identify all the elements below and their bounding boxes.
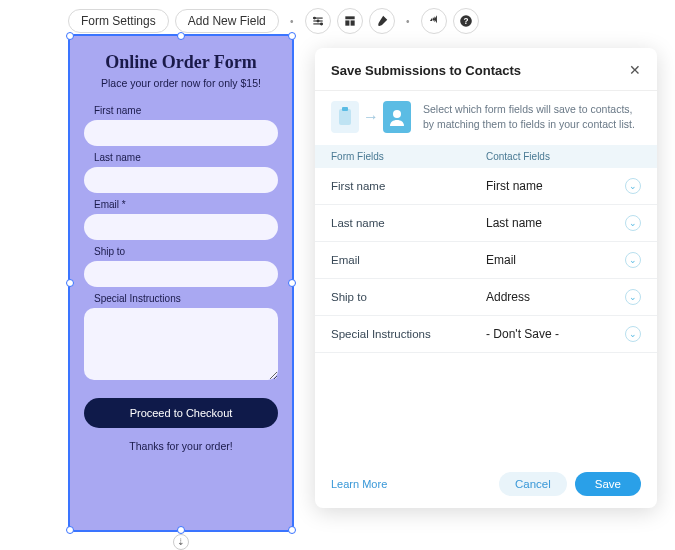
- special-instructions-input[interactable]: [84, 308, 278, 380]
- list-settings-icon[interactable]: [305, 8, 331, 34]
- svg-point-13: [393, 110, 401, 118]
- form-field-name: First name: [331, 180, 486, 192]
- form-field-name: Email: [331, 254, 486, 266]
- form-field-name: Last name: [331, 217, 486, 229]
- toolbar-divider: •: [401, 8, 415, 34]
- mapping-row: First name First name ⌄: [315, 168, 657, 205]
- email-label: Email *: [94, 199, 278, 210]
- contact-field-value: First name: [486, 179, 543, 193]
- modal-header: Save Submissions to Contacts ✕: [315, 48, 657, 91]
- ship-to-input[interactable]: [84, 261, 278, 287]
- svg-rect-11: [339, 109, 351, 125]
- proceed-to-checkout-button[interactable]: Proceed to Checkout: [84, 398, 278, 428]
- first-name-label: First name: [94, 105, 278, 116]
- chevron-down-icon[interactable]: ⌄: [625, 215, 641, 231]
- form-title: Online Order Form: [84, 52, 278, 73]
- thanks-text: Thanks for your order!: [84, 440, 278, 452]
- form-fields-header: Form Fields: [331, 151, 486, 162]
- mapping-row: Special Instructions - Don't Save - ⌄: [315, 316, 657, 353]
- mapping-row: Last name Last name ⌄: [315, 205, 657, 242]
- contact-field-select[interactable]: First name ⌄: [486, 178, 641, 194]
- chevron-down-icon[interactable]: ⌄: [625, 178, 641, 194]
- svg-text:?: ?: [463, 17, 468, 26]
- modal-footer: Learn More Cancel Save: [315, 460, 657, 508]
- svg-point-5: [320, 23, 322, 25]
- help-icon[interactable]: ?: [453, 8, 479, 34]
- mapping-row: Ship to Address ⌄: [315, 279, 657, 316]
- save-button[interactable]: Save: [575, 472, 641, 496]
- svg-rect-6: [345, 16, 354, 19]
- modal-info-text: Select which form fields will save to co…: [423, 102, 641, 131]
- learn-more-link[interactable]: Learn More: [331, 478, 491, 490]
- svg-rect-12: [342, 107, 348, 111]
- save-submissions-modal: Save Submissions to Contacts ✕ → Select …: [315, 48, 657, 508]
- mapping-body: First name First name ⌄ Last name Last n…: [315, 168, 657, 460]
- arrow-right-icon: →: [363, 108, 379, 126]
- chevron-down-icon[interactable]: ⌄: [625, 252, 641, 268]
- clipboard-icon: [331, 101, 359, 133]
- form-settings-button[interactable]: Form Settings: [68, 9, 169, 33]
- ship-to-label: Ship to: [94, 246, 278, 257]
- cancel-button[interactable]: Cancel: [499, 472, 567, 496]
- email-input[interactable]: [84, 214, 278, 240]
- order-form: Online Order Form Place your order now f…: [70, 36, 292, 530]
- mapping-row: Email Email ⌄: [315, 242, 657, 279]
- svg-point-4: [317, 20, 319, 22]
- form-field-name: Special Instructions: [331, 328, 486, 340]
- toolbar-divider: •: [285, 8, 299, 34]
- contact-field-value: - Don't Save -: [486, 327, 559, 341]
- design-brush-icon[interactable]: [369, 8, 395, 34]
- mapping-graphic-icon: →: [331, 101, 411, 133]
- close-icon[interactable]: ✕: [629, 62, 641, 78]
- contact-field-value: Email: [486, 253, 516, 267]
- modal-title: Save Submissions to Contacts: [331, 63, 521, 78]
- special-instructions-label: Special Instructions: [94, 293, 278, 304]
- add-new-field-button[interactable]: Add New Field: [175, 9, 279, 33]
- form-subtitle: Place your order now for only $15!: [84, 77, 278, 89]
- form-field-name: Ship to: [331, 291, 486, 303]
- animation-icon[interactable]: [421, 8, 447, 34]
- chevron-down-icon[interactable]: ⌄: [625, 326, 641, 342]
- chevron-down-icon[interactable]: ⌄: [625, 289, 641, 305]
- contact-field-value: Last name: [486, 216, 542, 230]
- form-canvas[interactable]: Online Order Form Place your order now f…: [68, 34, 294, 532]
- layout-icon[interactable]: [337, 8, 363, 34]
- modal-info: → Select which form fields will save to …: [315, 91, 657, 145]
- mapping-header: Form Fields Contact Fields: [315, 145, 657, 168]
- contact-avatar-icon: [383, 101, 411, 133]
- last-name-input[interactable]: [84, 167, 278, 193]
- contact-fields-header: Contact Fields: [486, 151, 641, 162]
- first-name-input[interactable]: [84, 120, 278, 146]
- last-name-label: Last name: [94, 152, 278, 163]
- svg-point-3: [313, 17, 315, 19]
- contact-field-select[interactable]: Last name ⌄: [486, 215, 641, 231]
- anchor-handle-icon[interactable]: ⇣: [173, 534, 189, 550]
- contact-field-select[interactable]: - Don't Save - ⌄: [486, 326, 641, 342]
- svg-rect-8: [350, 20, 354, 25]
- svg-rect-7: [345, 20, 349, 25]
- contact-field-select[interactable]: Address ⌄: [486, 289, 641, 305]
- contact-field-value: Address: [486, 290, 530, 304]
- contact-field-select[interactable]: Email ⌄: [486, 252, 641, 268]
